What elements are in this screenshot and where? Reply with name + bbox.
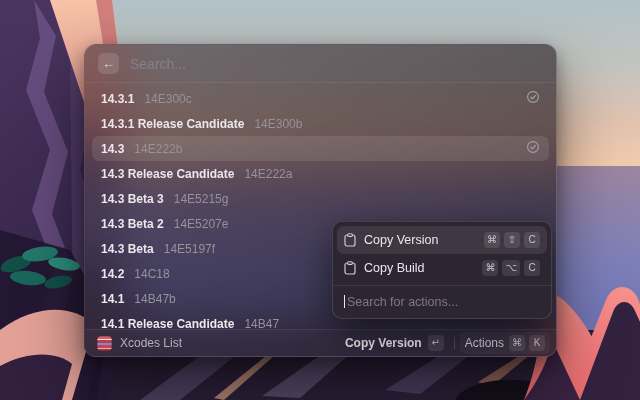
- primary-action-button[interactable]: Copy Version ↵: [340, 332, 449, 354]
- search-input[interactable]: [130, 56, 543, 72]
- keycap: K: [529, 335, 545, 351]
- list-item[interactable]: 14.3 Beta 314E5215g: [92, 186, 549, 211]
- keycap: ⌘: [484, 232, 500, 248]
- actions-keys: ⌘K: [509, 335, 545, 351]
- build-label: 14B47b: [134, 292, 175, 306]
- keycap: C: [524, 232, 540, 248]
- footer-bar: Xcodes List Copy Version ↵ Actions ⌘K: [85, 329, 556, 356]
- primary-action-label: Copy Version: [345, 336, 422, 350]
- version-label: 14.3.1 Release Candidate: [101, 117, 244, 131]
- keycap: ⌥: [502, 260, 520, 276]
- list-item[interactable]: 14.3 Release Candidate14E222a: [92, 161, 549, 186]
- xcodes-app-icon: [97, 336, 112, 351]
- list-item[interactable]: 14.3.114E300c: [92, 86, 549, 111]
- list-item[interactable]: 14.3.1 Release Candidate14E300b: [92, 111, 549, 136]
- actions-button[interactable]: Actions ⌘K: [460, 332, 550, 354]
- installed-check-icon: [526, 90, 540, 107]
- actions-panel: Copy Version⌘⇧CCopy Build⌘⌥C Search for …: [332, 221, 552, 319]
- build-label: 14E300c: [144, 92, 191, 106]
- version-label: 14.3 Beta 2: [101, 217, 164, 231]
- actions-panel-items: Copy Version⌘⇧CCopy Build⌘⌥C: [337, 226, 547, 282]
- version-label: 14.2: [101, 267, 124, 281]
- build-label: 14E5197f: [164, 242, 215, 256]
- build-label: 14C18: [134, 267, 169, 281]
- version-label: 14.3 Beta 3: [101, 192, 164, 206]
- clipboard-icon: [344, 233, 356, 247]
- build-label: 14B47: [244, 317, 279, 330]
- back-arrow-icon: ←: [102, 57, 115, 70]
- text-caret: [344, 295, 345, 308]
- actions-search-input[interactable]: Search for actions...: [337, 289, 547, 314]
- extension-name: Xcodes List: [120, 336, 182, 350]
- version-label: 14.3.1: [101, 92, 134, 106]
- back-button[interactable]: ←: [98, 53, 119, 74]
- build-label: 14E222b: [134, 142, 182, 156]
- actions-search-placeholder: Search for actions...: [347, 295, 458, 309]
- actions-button-label: Actions: [465, 336, 504, 350]
- version-label: 14.1: [101, 292, 124, 306]
- list-item[interactable]: 14.314E222b: [92, 136, 549, 161]
- shortcut-keys: ⌘⇧C: [484, 232, 540, 248]
- action-item[interactable]: Copy Build⌘⌥C: [337, 254, 547, 282]
- build-label: 14E300b: [254, 117, 302, 131]
- return-key-icon: ↵: [428, 335, 444, 351]
- action-item[interactable]: Copy Version⌘⇧C: [337, 226, 547, 254]
- keycap: ⌘: [482, 260, 498, 276]
- search-bar: ←: [85, 45, 556, 82]
- screen: ← 14.3.114E300c14.3.1 Release Candidate1…: [0, 0, 640, 400]
- shortcut-keys: ⌘⌥C: [482, 260, 540, 276]
- installed-check-icon: [526, 140, 540, 157]
- version-label: 14.3 Release Candidate: [101, 167, 234, 181]
- action-label: Copy Build: [364, 261, 424, 275]
- build-label: 14E222a: [244, 167, 292, 181]
- action-label: Copy Version: [364, 233, 438, 247]
- keycap: C: [524, 260, 540, 276]
- footer-divider: [454, 337, 455, 349]
- launcher-window: ← 14.3.114E300c14.3.1 Release Candidate1…: [84, 44, 557, 357]
- version-label: 14.3 Beta: [101, 242, 154, 256]
- keycap: ⇧: [504, 232, 520, 248]
- clipboard-icon: [344, 261, 356, 275]
- version-label: 14.1 Release Candidate: [101, 317, 234, 330]
- build-label: 14E5215g: [174, 192, 229, 206]
- keycap: ⌘: [509, 335, 525, 351]
- version-label: 14.3: [101, 142, 124, 156]
- build-label: 14E5207e: [174, 217, 229, 231]
- panel-divider: [333, 285, 551, 286]
